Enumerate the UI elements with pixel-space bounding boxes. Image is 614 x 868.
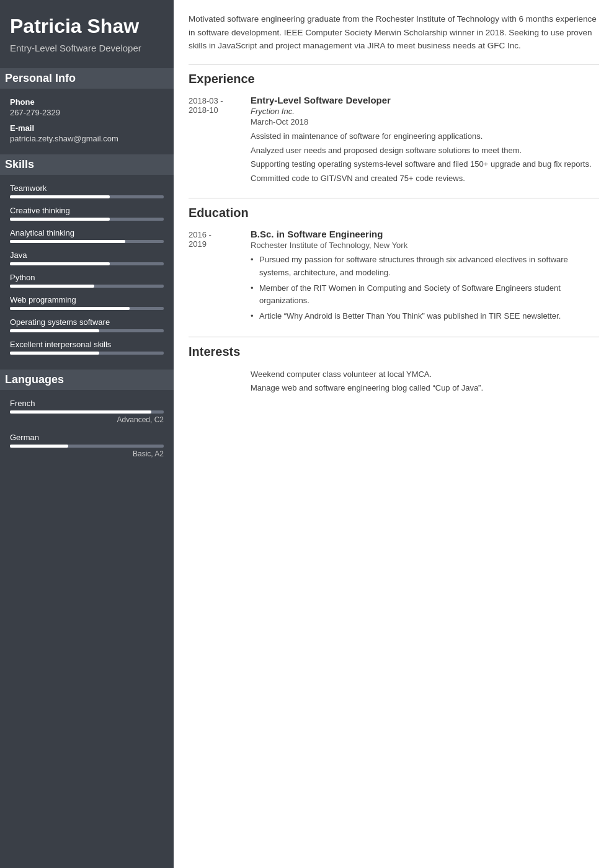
- skill-item: Web programming: [10, 295, 164, 310]
- language-item: French Advanced, C2: [10, 399, 164, 424]
- skill-bar-fill: [10, 329, 99, 332]
- email-label: E-mail: [10, 123, 164, 133]
- skill-bar-fill: [10, 195, 110, 198]
- experience-entry: 2018-03 - 2018-10 Entry-Level Software D…: [189, 95, 599, 187]
- language-level: Basic, A2: [10, 450, 164, 458]
- sidebar: Patricia Shaw Entry-Level Software Devel…: [0, 0, 174, 868]
- skill-item: Teamwork: [10, 184, 164, 198]
- skill-name: Teamwork: [10, 184, 164, 193]
- language-name: French: [10, 399, 164, 408]
- skill-name: Operating systems software: [10, 317, 164, 327]
- skill-bar: [10, 329, 164, 332]
- company-name: Fryction Inc.: [251, 107, 599, 116]
- interests-divider: [189, 337, 599, 337]
- skill-name: Analytical thinking: [10, 228, 164, 237]
- experience-detail: Analyzed user needs and proposed design …: [251, 144, 599, 157]
- skill-bar: [10, 218, 164, 221]
- skill-bar: [10, 195, 164, 198]
- personal-info-heading: Personal Info: [0, 68, 174, 89]
- skill-bar-fill: [10, 307, 130, 310]
- experience-detail: Assisted in maintenance of software for …: [251, 130, 599, 143]
- experience-heading: Experience: [189, 72, 599, 86]
- skill-item: Creative thinking: [10, 206, 164, 221]
- skill-name: Creative thinking: [10, 206, 164, 215]
- experience-dates: 2018-03 - 2018-10: [189, 95, 251, 187]
- skill-name: Excellent interpersonal skills: [10, 340, 164, 349]
- education-bullet: Article “Why Android is Better Than You …: [251, 310, 599, 323]
- institution-name: Rochester Institute of Technology, New Y…: [251, 241, 599, 250]
- skill-name: Web programming: [10, 295, 164, 304]
- skill-name: Python: [10, 273, 164, 282]
- skill-bar-fill: [10, 218, 110, 221]
- phone-label: Phone: [10, 97, 164, 107]
- languages-heading: Languages: [0, 370, 174, 390]
- language-bar-fill: [10, 445, 68, 448]
- skill-bar: [10, 285, 164, 288]
- education-bullet: Pursued my passion for software structur…: [251, 254, 599, 280]
- education-bullet: Member of the RIT Women in Computing and…: [251, 282, 599, 308]
- phone-value: 267-279-2329: [10, 108, 164, 117]
- degree-title: B.Sc. in Software Engineering: [251, 229, 599, 239]
- candidate-title: Entry-Level Software Developer: [10, 43, 164, 53]
- summary-text: Motivated software engineering graduate …: [189, 12, 599, 53]
- skill-bar-fill: [10, 262, 110, 265]
- language-item: German Basic, A2: [10, 433, 164, 458]
- experience-details: Entry-Level Software Developer Fryction …: [251, 95, 599, 187]
- candidate-name: Patricia Shaw: [10, 15, 164, 38]
- skill-bar-fill: [10, 285, 94, 288]
- job-date-range: March-Oct 2018: [251, 117, 599, 126]
- skill-item: Java: [10, 250, 164, 265]
- interest-item: Weekend computer class volunteer at loca…: [251, 368, 599, 381]
- skill-bar: [10, 240, 164, 243]
- education-bullets: Pursued my passion for software structur…: [251, 254, 599, 323]
- education-details: B.Sc. in Software Engineering Rochester …: [251, 229, 599, 326]
- experience-detail: Supporting testing operating systems-lev…: [251, 158, 599, 171]
- skill-item: Python: [10, 273, 164, 288]
- skill-item: Excellent interpersonal skills: [10, 340, 164, 355]
- interest-item: Manage web and software engineering blog…: [251, 381, 599, 395]
- education-entry: 2016 - 2019 B.Sc. in Software Engineerin…: [189, 229, 599, 326]
- education-heading: Education: [189, 206, 599, 220]
- experience-detail: Committed code to GIT/SVN and created 75…: [251, 172, 599, 185]
- languages-list: French Advanced, C2 German Basic, A2: [10, 399, 164, 458]
- skill-item: Operating systems software: [10, 317, 164, 332]
- skill-bar: [10, 352, 164, 355]
- education-divider: [189, 198, 599, 198]
- language-bar: [10, 445, 164, 448]
- skill-bar: [10, 262, 164, 265]
- language-level: Advanced, C2: [10, 415, 164, 424]
- interests-heading: Interests: [189, 345, 599, 359]
- skills-heading: Skills: [0, 154, 174, 175]
- skill-name: Java: [10, 250, 164, 260]
- skill-bar-fill: [10, 240, 125, 243]
- education-dates: 2016 - 2019: [189, 229, 251, 326]
- interests-list: Weekend computer class volunteer at loca…: [189, 368, 599, 395]
- language-name: German: [10, 433, 164, 442]
- skill-bar: [10, 307, 164, 310]
- email-value: patricia.zety.shaw@gmail.com: [10, 134, 164, 143]
- interests-block: Weekend computer class volunteer at loca…: [189, 368, 599, 395]
- skills-list: Teamwork Creative thinking Analytical th…: [10, 184, 164, 355]
- main-content: Motivated software engineering graduate …: [174, 0, 614, 868]
- language-bar: [10, 410, 164, 414]
- skill-item: Analytical thinking: [10, 228, 164, 243]
- experience-divider: [189, 64, 599, 64]
- skill-bar-fill: [10, 352, 99, 355]
- experience-list: 2018-03 - 2018-10 Entry-Level Software D…: [189, 95, 599, 187]
- education-list: 2016 - 2019 B.Sc. in Software Engineerin…: [189, 229, 599, 326]
- language-bar-fill: [10, 410, 151, 414]
- job-title: Entry-Level Software Developer: [251, 95, 599, 105]
